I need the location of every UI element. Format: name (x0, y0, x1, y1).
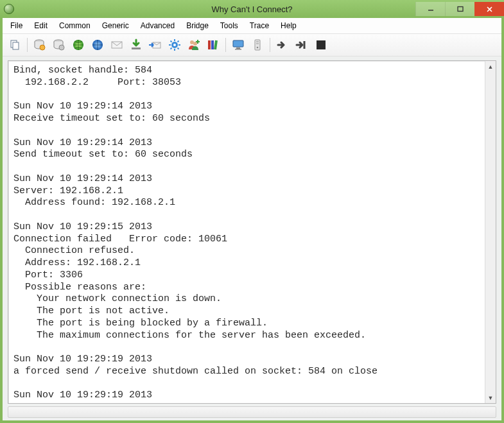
client-area: Bind, socket handle: 584 192.168.2.2 Por… (3, 56, 501, 420)
svg-line-22 (178, 41, 179, 42)
svg-point-7 (40, 45, 45, 50)
db-green-icon (33, 39, 46, 51)
user-add-button[interactable] (186, 37, 202, 53)
menu-help[interactable]: Help (275, 19, 302, 32)
close-icon (486, 6, 493, 13)
db-grey-button[interactable] (51, 37, 67, 53)
svg-rect-33 (236, 47, 240, 49)
menu-common[interactable]: Common (54, 19, 96, 32)
svg-rect-31 (214, 40, 218, 49)
server-tower-icon (251, 39, 264, 51)
db-green-button[interactable] (31, 37, 48, 53)
menu-trace[interactable]: Trace (245, 19, 274, 32)
titlebar: Why Can't I Connect? (0, 0, 504, 18)
send-mail-icon (149, 39, 162, 51)
scroll-down-icon[interactable]: ▼ (485, 392, 496, 403)
vertical-scrollbar[interactable]: ▲ ▼ (485, 61, 496, 403)
stop-icon (315, 39, 327, 51)
gear-button[interactable] (166, 37, 183, 53)
copy-button[interactable] (6, 37, 23, 53)
svg-rect-36 (256, 41, 259, 42)
user-add-icon (187, 39, 200, 51)
svg-point-9 (59, 45, 64, 50)
server-tower-button[interactable] (249, 37, 266, 53)
svg-rect-37 (256, 43, 259, 44)
scroll-up-icon[interactable]: ▲ (485, 61, 496, 72)
svg-rect-40 (317, 40, 326, 49)
toolbar-separator (225, 38, 226, 52)
svg-line-21 (178, 48, 179, 49)
window-border-bottom (0, 420, 504, 423)
menu-bridge[interactable]: Bridge (181, 19, 214, 32)
minimize-icon (428, 6, 434, 12)
svg-line-23 (171, 48, 172, 49)
svg-rect-34 (235, 49, 241, 50)
maximize-button[interactable] (445, 2, 474, 16)
globe-green-button[interactable] (70, 37, 87, 53)
svg-line-20 (171, 41, 172, 42)
db-grey-icon (53, 39, 65, 51)
svg-rect-5 (13, 42, 19, 49)
gear-icon (168, 39, 181, 51)
copy-icon (9, 39, 21, 51)
toolbar (3, 34, 501, 56)
toolbar-separator (270, 38, 270, 52)
menu-edit[interactable]: Edit (29, 19, 53, 32)
svg-rect-30 (211, 40, 214, 49)
app-icon (4, 4, 14, 14)
download-button[interactable] (128, 37, 144, 53)
monitor-icon (232, 39, 245, 51)
svg-rect-32 (233, 40, 243, 47)
toolbar-separator (27, 38, 28, 52)
menu-file[interactable]: File (5, 19, 28, 32)
send-mail-button[interactable] (147, 37, 164, 53)
globe-blue-button[interactable] (89, 37, 106, 53)
books-icon (207, 39, 220, 51)
arrow-right-button[interactable] (274, 37, 291, 53)
stop-button[interactable] (313, 37, 329, 53)
arrow-right-bar-button[interactable] (293, 37, 310, 53)
close-button[interactable] (474, 2, 504, 16)
download-icon (130, 39, 143, 51)
books-button[interactable] (205, 37, 222, 53)
menu-generic[interactable]: Generic (97, 19, 134, 32)
log-panel: Bind, socket handle: 584 192.168.2.2 Por… (8, 60, 496, 404)
globe-blue-icon (91, 39, 104, 51)
svg-rect-29 (208, 40, 211, 49)
menubar: File Edit Common Generic Advanced Bridge… (3, 18, 501, 34)
maximize-icon (457, 6, 464, 12)
arrow-right-bar-icon (295, 39, 308, 51)
log-output[interactable]: Bind, socket handle: 584 192.168.2.2 Por… (8, 61, 485, 403)
window-buttons (415, 2, 504, 16)
menu-tools[interactable]: Tools (215, 19, 243, 32)
mail-icon (110, 39, 123, 51)
arrow-right-icon (276, 39, 289, 51)
svg-rect-1 (458, 7, 463, 12)
globe-green-icon (72, 39, 85, 51)
svg-point-24 (173, 44, 176, 46)
svg-rect-13 (132, 47, 141, 49)
menu-advanced[interactable]: Advanced (135, 19, 180, 32)
svg-point-38 (257, 47, 259, 49)
status-bar (8, 406, 496, 418)
mail-button[interactable] (109, 37, 125, 53)
minimize-button[interactable] (415, 2, 445, 16)
monitor-button[interactable] (230, 37, 247, 53)
